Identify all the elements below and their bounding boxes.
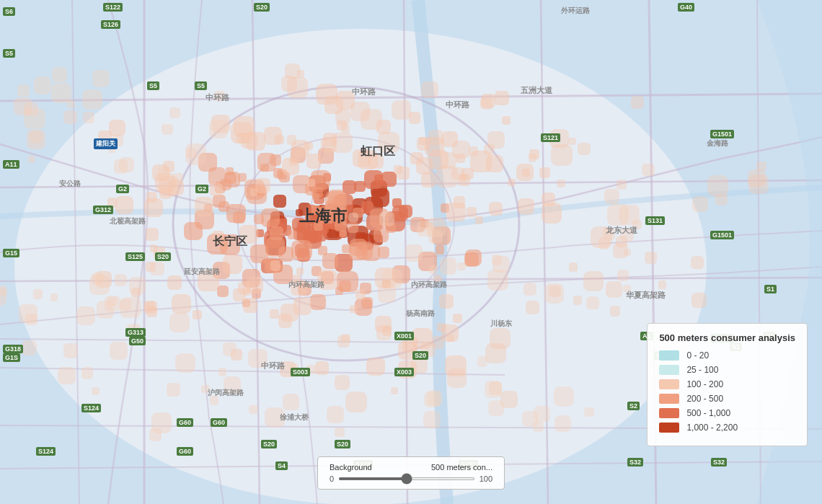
- legend-color-1: [659, 365, 679, 375]
- legend-item-4: 500 - 1,000: [659, 408, 795, 418]
- legend-label-4: 500 - 1,000: [686, 408, 730, 418]
- slider-label-left: Background: [330, 463, 372, 472]
- slider-min: 0: [330, 474, 334, 483]
- legend-item-0: 0 - 20: [659, 350, 795, 361]
- legend-item-3: 200 - 500: [659, 394, 795, 404]
- legend-color-2: [659, 379, 679, 389]
- legend-color-4: [659, 408, 679, 418]
- legend-item-1: 25 - 100: [659, 365, 795, 375]
- legend-label-3: 200 - 500: [686, 394, 723, 404]
- map-container: 上海市 虹口区 长宁区 中环路 中环路 中环路 中环路 内环高架路 内环高架路 …: [0, 0, 822, 504]
- slider-panel: Background 500 meters con... 0 100: [317, 456, 505, 490]
- legend-item-5: 1,000 - 2,200: [659, 423, 795, 433]
- legend-label-1: 25 - 100: [686, 365, 718, 375]
- legend-label-5: 1,000 - 2,200: [686, 423, 738, 433]
- legend-item-2: 100 - 200: [659, 379, 795, 389]
- legend-color-0: [659, 350, 679, 361]
- legend-label-2: 100 - 200: [686, 379, 723, 389]
- slider-labels: Background 500 meters con...: [330, 463, 492, 472]
- slider-max: 100: [480, 474, 492, 483]
- legend-color-3: [659, 394, 679, 404]
- legend-label-0: 0 - 20: [686, 350, 709, 361]
- legend-title: 500 meters consumer analysis: [659, 332, 795, 343]
- legend-panel: 500 meters consumer analysis 0 - 20 25 -…: [647, 323, 808, 446]
- legend-color-5: [659, 423, 679, 433]
- slider-row: 0 100: [330, 474, 492, 483]
- layer-opacity-slider[interactable]: [338, 477, 475, 480]
- slider-label-right: 500 meters con...: [431, 463, 492, 472]
